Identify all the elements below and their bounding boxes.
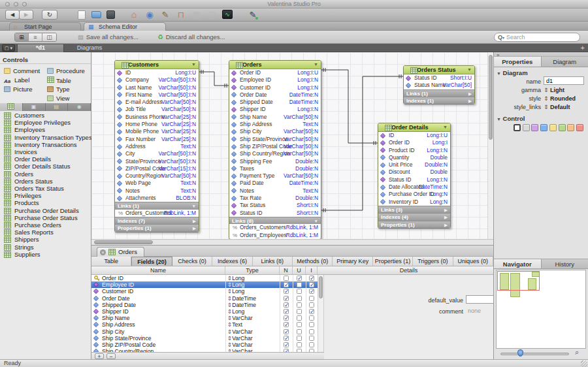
prop-value-gamma[interactable]: ⇕ Light [544,87,564,93]
checkbox-n[interactable] [284,322,289,327]
minimap-viewport[interactable] [497,271,540,291]
save-button[interactable] [105,9,116,20]
diagram-table-header[interactable]: Orders Status▼ [404,66,474,74]
control-section-header[interactable]: ▼ Control [497,115,525,122]
table-list-item[interactable]: Strings [0,244,91,251]
checkbox-i[interactable] [309,276,314,281]
zoom-slider-thumb[interactable] [517,349,523,357]
diagram-field-row[interactable]: Ship NameVarChar[50]:N [229,114,321,121]
section-bar[interactable]: Indexes (1)▶ [404,97,474,104]
list-view-button[interactable]: ≡ [29,33,42,41]
field-row-ship-city[interactable]: Ship City⇕VarChar [91,328,318,335]
checkbox-n[interactable] [284,302,289,308]
diagram-field-row[interactable]: Date AllocatedDateTime:N [378,184,450,191]
new-document-button[interactable] [76,9,88,20]
checkbox-i[interactable] [309,342,314,347]
palette-item-view[interactable]: View [47,95,69,103]
section-bar[interactable]: Links (8)▼ [229,217,321,224]
diagram-field-row[interactable]: Order IDLong:I [378,139,450,146]
diagram-field-row[interactable]: Status IDShort:I:U [404,74,474,82]
tab-start-page[interactable]: ⌂ Start Page [9,22,81,31]
field-row-shipped-date[interactable]: Shipped Date⇕DateTime [91,302,318,308]
diagram-field-row[interactable]: Inventory IDLong:N [378,199,450,206]
table-list-item[interactable]: Purchase Order Details [0,207,91,214]
diagram-field-row[interactable]: CompanyVarChar[50]:I:N [115,76,199,84]
diagram-field-row[interactable]: Ship AddressText:N [229,121,321,128]
diagram-table-header[interactable]: Customers▼ [115,61,199,69]
diagram-table-order-details[interactable]: Order Details▼IDLong:I:UOrder IDLong:IPr… [378,123,451,229]
back-button[interactable]: ◀ [5,10,20,20]
panel-tab-navigator[interactable]: Navigator [494,259,542,268]
add-field-button[interactable]: + [95,353,104,359]
diagram-field-row[interactable]: Purchase Order IDLong:N [378,191,450,198]
diagram-table-header[interactable]: Order Details▼ [378,123,450,132]
checkbox-i[interactable] [309,282,314,287]
diagram-field-row[interactable]: Job TitleVarChar[50]:N [115,106,199,113]
table-list-item[interactable]: Orders [0,170,91,178]
diagram-field-row[interactable]: Shipped DateDateTime:N [229,99,321,106]
field-row-employee-id[interactable]: Employee ID⇕Long [91,281,318,288]
diagram-link-row[interactable]: %Orders_CustomersRdbLink, 1:M [115,210,199,217]
table-list-item[interactable]: Orders Status [0,178,91,185]
diagram-field-row[interactable]: Shipping FeeDouble:N [229,158,321,165]
diagram-field-row[interactable]: AttachmentsBLOB:N [115,195,199,202]
checkbox-i[interactable] [309,315,314,321]
diagram-field-row[interactable]: Payment TypeVarChar[50]:N [229,172,321,180]
palette-item-label[interactable]: AaLabel [4,76,29,84]
subtab-uniques[interactable]: Uniques (0) [453,257,493,266]
diagram-canvas[interactable]: Customers▼IDLong:I:UCompanyVarChar[50]:I… [91,52,493,245]
table-list-item[interactable]: Inventory Transactions [0,141,91,148]
color-swatch-1[interactable] [523,124,530,131]
palette-item-table[interactable]: Table [47,76,71,84]
column-header-indexed[interactable]: I [306,266,318,274]
checkbox-i[interactable] [309,309,314,314]
diagram-field-row[interactable]: DiscountDouble [378,168,450,176]
diagram-field-row[interactable]: Paid DateDateTime:N [229,180,321,187]
diagram-field-row[interactable]: Fax NumberVarChar[25]:N [115,136,199,143]
diagram-field-row[interactable]: AddressText:N [115,143,199,150]
diagram-field-row[interactable]: QuantityDouble [378,154,450,161]
chevron-down-icon[interactable]: ▼ [314,61,318,69]
navigator-minimap[interactable] [496,270,586,349]
color-swatch-2[interactable] [531,124,538,131]
sidebar-types-tab[interactable]: ▤ [46,103,69,111]
home-button[interactable]: ⌂ [128,9,140,20]
chevron-down-icon[interactable]: ▼ [191,61,196,69]
canvas-vertical-scrollbar[interactable] [487,52,493,239]
diagram-field-row[interactable]: First NameVarChar[50]:I:N [115,91,199,99]
subtab-table[interactable]: Table [91,257,131,266]
forward-button[interactable]: ▶ [19,10,33,20]
table-list-item[interactable]: Products [0,199,91,206]
search-input[interactable]: Q▾ Search [494,33,580,42]
diagram-field-row[interactable]: CityVarChar[50]:I:N [115,150,199,157]
diagram-field-row[interactable]: Home PhoneVarChar[25]:N [115,121,199,128]
table-list-item[interactable]: Privileges [0,192,91,199]
table-list-item[interactable]: Employee Privileges [0,119,91,126]
zoom-slider-track[interactable] [500,353,569,355]
chevron-right-icon[interactable]: ▶ [444,221,448,229]
table-list-item[interactable]: Customers [0,112,91,119]
diagram-field-row[interactable]: Business PhoneVarChar[25]:N [115,114,199,121]
field-row-shipper-id[interactable]: Shipper ID⇕Long [91,308,318,315]
fields-scrollbar[interactable] [318,275,324,352]
diagram-field-row[interactable]: Status IDLong:I:N [378,176,450,184]
column-header-name[interactable]: Name [91,266,225,274]
remove-field-button[interactable]: − [106,353,116,359]
diagram-field-row[interactable]: Product IDLong:I:N [378,147,450,154]
resize-grip[interactable] [581,360,587,367]
column-header-type[interactable]: Type [225,266,280,274]
checkbox-i[interactable] [309,289,314,294]
section-bar[interactable]: Links (3)▶ [378,206,450,213]
checkbox-u[interactable] [297,302,302,308]
checkbox-i[interactable] [309,336,314,341]
chevron-down-icon[interactable]: ▼ [467,66,472,74]
chevron-right-icon[interactable]: ▶ [468,97,472,104]
prop-value-style[interactable]: ⇕ Rounded [544,95,576,102]
diagram-field-row[interactable]: Last NameVarChar[50]:I:N [115,84,199,91]
diagram-field-row[interactable]: NotesText:N [115,187,199,195]
section-bar[interactable]: Links (1)▶ [404,89,474,97]
diagram-field-row[interactable]: NotesText:N [229,187,321,195]
checkbox-n[interactable] [284,282,289,287]
diagram-table-orders[interactable]: Orders▼Order IDLong:I:UEmployee IDLong:I… [229,60,321,240]
subtab-links[interactable]: Links (8) [253,257,293,266]
